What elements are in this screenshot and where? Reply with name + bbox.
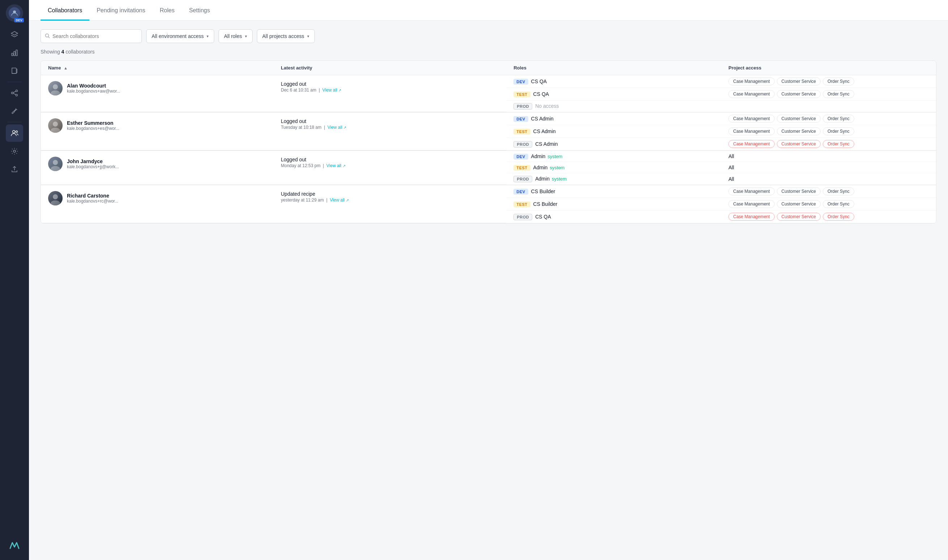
table: Name ▲ Latest activity Roles Project acc… — [41, 61, 936, 223]
project-tag[interactable]: Customer Service — [777, 200, 821, 208]
nav-divider-2 — [7, 122, 22, 122]
project-tag[interactable]: Case Management — [728, 213, 774, 221]
activity-cell: Logged out Dec 6 at 10:31 am | View all … — [274, 75, 506, 112]
tab-pending-invitations[interactable]: Pending invitations — [89, 0, 152, 21]
view-all-link[interactable]: View all ↗ — [326, 163, 345, 168]
sidebar-item-tools[interactable] — [6, 102, 23, 120]
external-link-icon: ↗ — [338, 88, 341, 92]
project-tag[interactable]: Case Management — [728, 115, 774, 123]
sidebar-item-export[interactable] — [6, 161, 23, 178]
svg-point-21 — [53, 194, 58, 199]
project-tag[interactable]: Case Management — [728, 77, 774, 85]
role-cell: TESTCS Admin — [506, 125, 721, 138]
project-tag[interactable]: Customer Service — [777, 115, 821, 123]
svg-rect-3 — [14, 51, 15, 56]
search-icon — [45, 33, 50, 39]
role-name: CS QA — [535, 214, 551, 220]
svg-point-16 — [51, 91, 60, 95]
table-row: Alan Woodcourt kale.bogdanovs+aw@wor... … — [41, 75, 936, 88]
sidebar-item-analytics[interactable] — [6, 44, 23, 62]
roles-filter[interactable]: All roles ▾ — [219, 29, 252, 43]
projects-cell: Case ManagementCustomer ServiceOrder Syn… — [721, 125, 936, 138]
svg-rect-4 — [16, 50, 17, 56]
role-name: CS Admin — [535, 141, 557, 147]
sidebar-nav — [0, 26, 29, 537]
sidebar: DEV — [0, 0, 29, 560]
svg-point-7 — [16, 94, 18, 96]
user-name: John Jarndyce — [67, 158, 119, 164]
svg-point-10 — [13, 131, 15, 133]
search-input[interactable] — [40, 29, 142, 43]
sidebar-item-collaborators[interactable] — [6, 125, 23, 142]
project-tag[interactable]: Customer Service — [777, 213, 821, 221]
tab-settings[interactable]: Settings — [182, 0, 217, 21]
env-access-filter[interactable]: All environment access ▾ — [146, 29, 214, 43]
project-tag[interactable]: Order Sync — [823, 140, 854, 148]
project-tag[interactable]: Order Sync — [823, 127, 854, 135]
table-header-row: Name ▲ Latest activity Roles Project acc… — [41, 61, 936, 75]
tab-collaborators[interactable]: Collaborators — [40, 0, 89, 21]
project-tag[interactable]: Case Management — [728, 127, 774, 135]
view-all-link[interactable]: View all ↗ — [322, 88, 341, 92]
project-tag[interactable]: Customer Service — [777, 188, 821, 195]
project-tag[interactable]: Case Management — [728, 140, 774, 148]
user-email: kale.bogdanovs+rc@wor... — [67, 198, 119, 204]
avatar — [48, 81, 63, 95]
project-tag[interactable]: Order Sync — [823, 115, 854, 123]
all-projects-label: All — [728, 176, 734, 182]
svg-point-15 — [53, 84, 58, 89]
sidebar-item-docs[interactable] — [6, 62, 23, 80]
project-tag[interactable]: Case Management — [728, 200, 774, 208]
env-badge: TEST — [514, 165, 530, 171]
name-cell: John Jarndyce kale.bogdanovs+jj@work... — [41, 151, 274, 185]
sidebar-bottom — [7, 538, 22, 555]
env-badge: PROD — [514, 176, 532, 182]
role-cell: TESTAdminsystem — [506, 162, 721, 173]
projects-cell: Case ManagementCustomer ServiceOrder Syn… — [721, 138, 936, 151]
project-tag[interactable]: Customer Service — [777, 127, 821, 135]
env-badge: TEST — [514, 202, 530, 207]
nav-divider — [7, 82, 22, 82]
svg-line-14 — [48, 37, 50, 38]
view-all-link[interactable]: View all ↗ — [328, 125, 346, 130]
activity-time: yesterday at 11:29 am | View all ↗ — [281, 197, 499, 203]
svg-point-19 — [53, 160, 58, 165]
projects-cell: Case ManagementCustomer ServiceOrder Syn… — [721, 185, 936, 198]
project-tag[interactable]: Customer Service — [777, 90, 821, 98]
projects-cell — [721, 101, 936, 112]
tab-roles[interactable]: Roles — [152, 0, 182, 21]
view-all-link[interactable]: View all ↗ — [329, 197, 348, 203]
project-tag[interactable]: Order Sync — [823, 213, 854, 221]
sidebar-item-connections[interactable] — [6, 84, 23, 102]
project-tag[interactable]: Case Management — [728, 188, 774, 195]
no-access-label: No access — [535, 103, 559, 109]
role-name: CS Admin — [531, 116, 554, 122]
role-cell: TESTCS Builder — [506, 198, 721, 211]
name-cell: Esther Summerson kale.bogdanovs+es@wor..… — [41, 112, 274, 151]
project-tag[interactable]: Customer Service — [777, 77, 821, 85]
sort-icon: ▲ — [64, 66, 68, 70]
sidebar-item-settings[interactable] — [6, 143, 23, 160]
project-tag[interactable]: Order Sync — [823, 90, 854, 98]
projects-cell: All — [721, 173, 936, 185]
role-cell: DEVAdminsystem — [506, 151, 721, 162]
env-badge: DEV — [514, 116, 528, 122]
project-tag[interactable]: Order Sync — [823, 188, 854, 195]
env-badge: TEST — [514, 129, 530, 135]
project-tag[interactable]: Case Management — [728, 90, 774, 98]
projects-filter[interactable]: All projects access ▾ — [257, 29, 315, 43]
avatar — [48, 157, 63, 171]
project-tag[interactable]: Customer Service — [777, 140, 821, 148]
logo-button[interactable]: DEV — [6, 5, 23, 22]
projects-cell: All — [721, 162, 936, 173]
project-tag[interactable]: Order Sync — [823, 200, 854, 208]
project-tag[interactable]: Order Sync — [823, 77, 854, 85]
col-header-name[interactable]: Name ▲ — [41, 61, 274, 75]
workcato-logo[interactable] — [7, 538, 22, 553]
search-wrap — [40, 29, 142, 43]
svg-marker-1 — [11, 31, 18, 35]
all-projects-label: All — [728, 153, 734, 159]
sidebar-item-layers[interactable] — [6, 26, 23, 43]
project-tags: Case ManagementCustomer ServiceOrder Syn… — [728, 200, 929, 208]
table-row: Richard Carstone kale.bogdanovs+rc@wor..… — [41, 185, 936, 198]
